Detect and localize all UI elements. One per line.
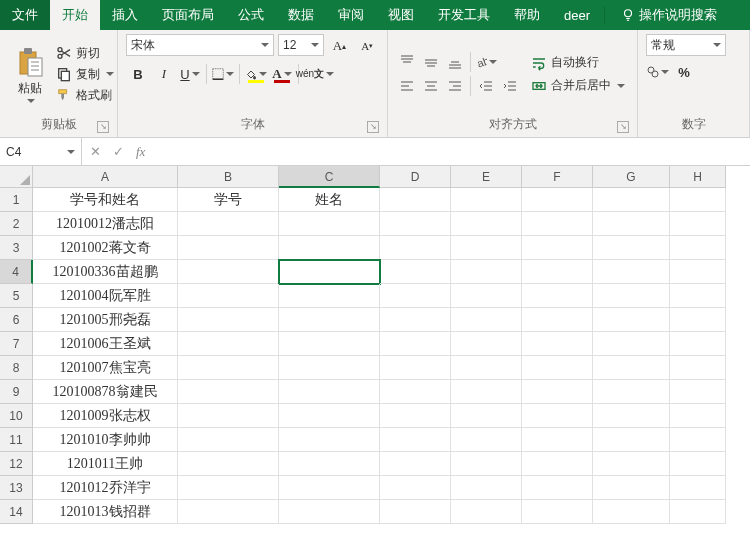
cell-D11[interactable] bbox=[380, 428, 451, 452]
cell-D12[interactable] bbox=[380, 452, 451, 476]
cell-H14[interactable] bbox=[670, 500, 726, 524]
align-bottom-button[interactable] bbox=[444, 52, 466, 72]
row-header[interactable]: 5 bbox=[0, 284, 33, 308]
cell-D13[interactable] bbox=[380, 476, 451, 500]
cell-F13[interactable] bbox=[522, 476, 593, 500]
cell-E5[interactable] bbox=[451, 284, 522, 308]
cell-G10[interactable] bbox=[593, 404, 670, 428]
cell-H10[interactable] bbox=[670, 404, 726, 428]
align-top-button[interactable] bbox=[396, 52, 418, 72]
cell-A14[interactable]: 1201013钱招群 bbox=[33, 500, 178, 524]
cell-E14[interactable] bbox=[451, 500, 522, 524]
tab-data[interactable]: 数据 bbox=[276, 0, 326, 30]
cell-A4[interactable]: 120100336苗超鹏 bbox=[33, 260, 178, 284]
cell-G4[interactable] bbox=[593, 260, 670, 284]
cell-A3[interactable]: 1201002蒋文奇 bbox=[33, 236, 178, 260]
underline-button[interactable]: U bbox=[178, 62, 202, 86]
name-box[interactable]: C4 bbox=[0, 138, 82, 165]
phonetic-button[interactable]: wén文 bbox=[303, 62, 327, 86]
cell-B5[interactable] bbox=[178, 284, 279, 308]
cell-G2[interactable] bbox=[593, 212, 670, 236]
row-header[interactable]: 1 bbox=[0, 188, 33, 212]
cell-H1[interactable] bbox=[670, 188, 726, 212]
cell-D9[interactable] bbox=[380, 380, 451, 404]
cell-E7[interactable] bbox=[451, 332, 522, 356]
cell-E12[interactable] bbox=[451, 452, 522, 476]
cell-A12[interactable]: 1201011王帅 bbox=[33, 452, 178, 476]
column-header-E[interactable]: E bbox=[451, 166, 522, 188]
cell-F9[interactable] bbox=[522, 380, 593, 404]
row-header[interactable]: 14 bbox=[0, 500, 33, 524]
cell-E8[interactable] bbox=[451, 356, 522, 380]
enter-formula-icon[interactable]: ✓ bbox=[113, 144, 124, 159]
cell-B13[interactable] bbox=[178, 476, 279, 500]
cell-F11[interactable] bbox=[522, 428, 593, 452]
row-header[interactable]: 7 bbox=[0, 332, 33, 356]
cell-B11[interactable] bbox=[178, 428, 279, 452]
accounting-format-button[interactable] bbox=[646, 60, 670, 84]
italic-button[interactable]: I bbox=[152, 62, 176, 86]
column-header-D[interactable]: D bbox=[380, 166, 451, 188]
font-color-button[interactable]: A bbox=[270, 62, 294, 86]
cell-B10[interactable] bbox=[178, 404, 279, 428]
decrease-indent-button[interactable] bbox=[475, 76, 497, 96]
cell-A8[interactable]: 1201007焦宝亮 bbox=[33, 356, 178, 380]
font-name-combo[interactable]: 宋体 bbox=[126, 34, 274, 56]
column-header-G[interactable]: G bbox=[593, 166, 670, 188]
row-header[interactable]: 2 bbox=[0, 212, 33, 236]
cell-E6[interactable] bbox=[451, 308, 522, 332]
cell-D14[interactable] bbox=[380, 500, 451, 524]
cell-F10[interactable] bbox=[522, 404, 593, 428]
cell-B8[interactable] bbox=[178, 356, 279, 380]
row-header[interactable]: 10 bbox=[0, 404, 33, 428]
cell-H5[interactable] bbox=[670, 284, 726, 308]
tab-help[interactable]: 帮助 bbox=[502, 0, 552, 30]
cell-G5[interactable] bbox=[593, 284, 670, 308]
cell-G8[interactable] bbox=[593, 356, 670, 380]
tab-layout[interactable]: 页面布局 bbox=[150, 0, 226, 30]
cell-G9[interactable] bbox=[593, 380, 670, 404]
cell-F3[interactable] bbox=[522, 236, 593, 260]
row-header[interactable]: 12 bbox=[0, 452, 33, 476]
wrap-text-button[interactable]: 自动换行 bbox=[531, 53, 625, 72]
row-header[interactable]: 8 bbox=[0, 356, 33, 380]
cell-B14[interactable] bbox=[178, 500, 279, 524]
cell-C13[interactable] bbox=[279, 476, 380, 500]
column-header-F[interactable]: F bbox=[522, 166, 593, 188]
cell-F6[interactable] bbox=[522, 308, 593, 332]
cell-H13[interactable] bbox=[670, 476, 726, 500]
cell-H11[interactable] bbox=[670, 428, 726, 452]
cell-H12[interactable] bbox=[670, 452, 726, 476]
cell-C10[interactable] bbox=[279, 404, 380, 428]
cell-F8[interactable] bbox=[522, 356, 593, 380]
cell-C7[interactable] bbox=[279, 332, 380, 356]
dialog-launcher-icon[interactable]: ↘ bbox=[97, 121, 109, 133]
cell-G7[interactable] bbox=[593, 332, 670, 356]
column-header-A[interactable]: A bbox=[33, 166, 178, 188]
fill-color-button[interactable] bbox=[244, 62, 268, 86]
paste-button[interactable]: 粘贴 bbox=[8, 34, 52, 114]
cell-A9[interactable]: 120100878翁建民 bbox=[33, 380, 178, 404]
cell-H2[interactable] bbox=[670, 212, 726, 236]
cell-B2[interactable] bbox=[178, 212, 279, 236]
select-all-corner[interactable] bbox=[0, 166, 33, 188]
align-center-button[interactable] bbox=[420, 76, 442, 96]
align-right-button[interactable] bbox=[444, 76, 466, 96]
tab-deer[interactable]: deer bbox=[552, 0, 602, 30]
cell-E1[interactable] bbox=[451, 188, 522, 212]
bold-button[interactable]: B bbox=[126, 62, 150, 86]
cell-C5[interactable] bbox=[279, 284, 380, 308]
cell-B6[interactable] bbox=[178, 308, 279, 332]
cell-C9[interactable] bbox=[279, 380, 380, 404]
column-header-C[interactable]: C bbox=[279, 166, 380, 188]
cell-C12[interactable] bbox=[279, 452, 380, 476]
cell-G3[interactable] bbox=[593, 236, 670, 260]
cell-D5[interactable] bbox=[380, 284, 451, 308]
cell-C8[interactable] bbox=[279, 356, 380, 380]
cell-A6[interactable]: 1201005邢尧磊 bbox=[33, 308, 178, 332]
cell-D8[interactable] bbox=[380, 356, 451, 380]
font-size-combo[interactable]: 12 bbox=[278, 34, 324, 56]
cell-C1[interactable]: 姓名 bbox=[279, 188, 380, 212]
formula-input[interactable] bbox=[153, 138, 750, 165]
cell-A11[interactable]: 1201010李帅帅 bbox=[33, 428, 178, 452]
